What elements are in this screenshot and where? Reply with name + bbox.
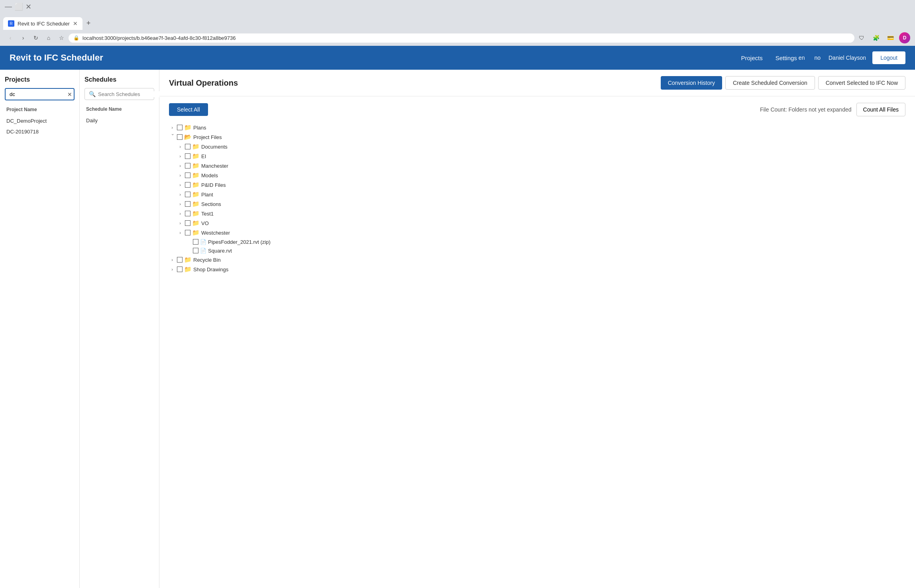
chevron-vo[interactable]: › [177,220,183,226]
schedule-item-daily[interactable]: Daily [84,115,154,126]
folder-icon-ei: 📁 [192,153,200,160]
tree-row-recycle-bin: › 📁 Recycle Bin [169,255,905,265]
chevron-shop-drawings[interactable]: › [169,266,175,272]
project-item-dc-demo[interactable]: DC_DemoProject [5,116,75,126]
nav-refresh-button[interactable]: ↻ [30,32,41,43]
checkbox-westchester[interactable] [185,230,190,235]
chevron-test1[interactable]: › [177,210,183,217]
checkbox-pand-files[interactable] [185,182,190,188]
tree-row-shop-drawings: › 📁 Shop Drawings [169,265,905,274]
chevron-recycle-bin[interactable]: › [169,257,175,263]
projects-search-clear-btn[interactable]: ✕ [67,91,72,98]
nav-settings-link[interactable]: Settings [776,55,797,61]
label-pipes-fodder: PipesFodder_2021.rvt (zip) [208,239,271,245]
checkbox-vo[interactable] [185,220,190,226]
nav-right: en no Daniel Clayson Logout [797,51,905,64]
checkbox-plans[interactable] [177,125,183,130]
chevron-westchester[interactable]: › [177,229,183,236]
conversion-history-button[interactable]: Conversion History [661,76,722,90]
browser-tab-active[interactable]: R Revit to IFC Scheduler ✕ [3,17,82,30]
sidebar-schedules-title: Schedules [84,76,154,83]
label-vo: VO [201,220,209,226]
folder-icon-sections: 📁 [192,200,200,208]
profile-avatar[interactable]: D [899,32,910,43]
nav-bookmark-button[interactable]: ☆ [56,32,67,43]
tab-favicon: R [8,20,14,27]
folder-icon-pand-files: 📁 [192,181,200,188]
chevron-manchester[interactable]: › [177,163,183,169]
label-documents: Documents [201,144,228,150]
folder-icon-plans: 📁 [184,124,192,131]
checkbox-square-rvt[interactable] [193,248,198,253]
create-scheduled-conversion-button[interactable]: Create Scheduled Conversion [725,76,815,90]
label-square-rvt: Square.rvt [208,248,232,254]
checkbox-shop-drawings[interactable] [177,267,183,272]
wallet-icon[interactable]: 💳 [885,32,896,43]
checkbox-pipes-fodder[interactable] [193,239,198,245]
checkbox-models[interactable] [185,172,190,178]
label-models: Models [201,172,218,178]
chevron-documents[interactable]: › [177,143,183,150]
project-item-dc-2019[interactable]: DC-20190718 [5,126,75,137]
chevron-ei[interactable]: › [177,153,183,159]
address-text: localhost:3000/projects/b.b46eae7f-3ea0-… [82,35,850,41]
shield-icon[interactable]: 🛡 [856,32,867,43]
convert-selected-ifc-now-button[interactable]: Convert Selected to IFC Now [818,76,905,90]
address-bar[interactable]: 🔒 localhost:3000/projects/b.b46eae7f-3ea… [69,33,854,43]
nav-back-button[interactable]: ‹ [5,32,16,43]
label-westchester: Westchester [201,230,230,236]
extensions-icon[interactable]: 🧩 [870,32,882,43]
label-sections: Sections [201,201,221,207]
tree-row-pipes-fodder: › 📄 PipesFodder_2021.rvt (zip) [177,237,905,246]
tree-row-manchester: › 📁 Manchester [177,161,905,171]
schedules-search-input[interactable] [98,91,165,97]
lock-icon: 🔒 [73,35,79,41]
schedules-col-header: Schedule Name [84,106,154,112]
chevron-models[interactable]: › [177,172,183,178]
new-tab-button[interactable]: + [82,17,95,30]
select-all-button[interactable]: Select All [169,103,208,116]
projects-search-box: ✕ [5,88,75,100]
folder-icon-shop-drawings: 📁 [184,266,192,273]
folder-icon-vo: 📁 [192,220,200,227]
sidebar-projects-title: Projects [5,76,75,83]
projects-search-input[interactable] [5,88,75,100]
checkbox-test1[interactable] [185,211,190,216]
checkbox-plant[interactable] [185,192,190,197]
checkbox-manchester[interactable] [185,163,190,169]
checkbox-sections[interactable] [185,201,190,207]
tree-row-plans: › 📁 Plans [169,123,905,132]
file-tree-controls: Select All File Count: Folders not yet e… [169,103,905,116]
chevron-project-files[interactable]: › [169,134,175,140]
header-actions: Conversion History Create Scheduled Conv… [661,76,905,90]
tree-root: › 📁 Plans › 📂 Project Files [169,123,905,274]
file-icon-square-rvt: 📄 [200,248,206,254]
top-nav: Revit to IFC Scheduler Projects Settings… [0,46,915,70]
chevron-plans[interactable]: › [169,124,175,131]
count-all-files-button[interactable]: Count All Files [856,103,905,116]
tree-row-documents: › 📁 Documents [177,142,905,151]
logout-button[interactable]: Logout [872,51,905,64]
chevron-plant[interactable]: › [177,191,183,198]
tree-row-westchester: › 📁 Westchester [177,228,905,237]
main-area: Projects ✕ Project Name DC_DemoProject D… [0,70,915,588]
nav-projects-link[interactable]: Projects [741,55,762,61]
folder-icon-test1: 📁 [192,210,200,217]
lang-no-button[interactable]: no [813,53,822,63]
chevron-sections[interactable]: › [177,201,183,207]
tab-close-btn[interactable]: ✕ [73,20,78,27]
checkbox-documents[interactable] [185,144,190,149]
file-count-info: File Count: Folders not yet expanded Cou… [760,103,905,116]
folder-icon-documents: 📁 [192,143,200,150]
chevron-pand-files[interactable]: › [177,182,183,188]
checkbox-ei[interactable] [185,153,190,159]
lang-en-button[interactable]: en [797,53,807,63]
tree-children-project-files: › 📁 Documents › 📁 EI [169,142,905,255]
checkbox-project-files[interactable] [177,134,183,140]
checkbox-recycle-bin[interactable] [177,257,183,263]
label-plans: Plans [193,125,206,131]
tree-row-vo: › 📁 VO [177,218,905,228]
nav-home-button[interactable]: ⌂ [43,32,54,43]
panel-title: Virtual Operations [169,78,661,88]
nav-forward-button[interactable]: › [18,32,29,43]
